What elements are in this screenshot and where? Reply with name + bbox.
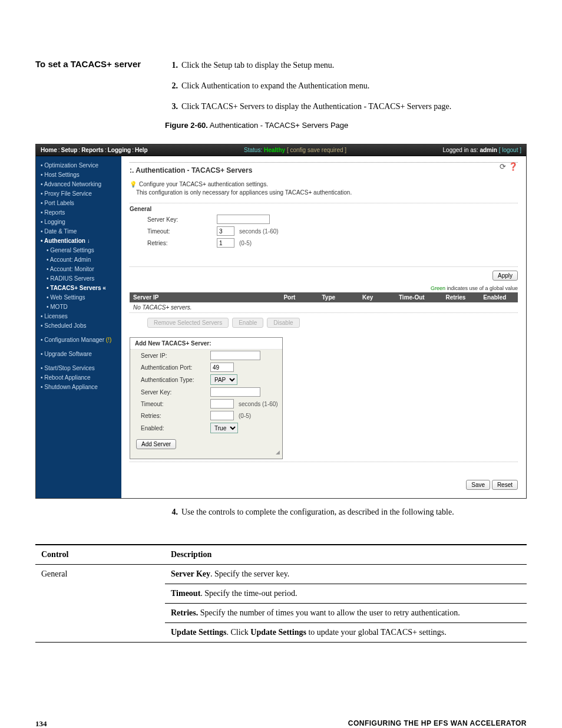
page-number: 134 [35, 719, 47, 728]
add-server-panel: Add New TACACS+ Server: Server IP: Authe… [130, 337, 283, 459]
nav-help[interactable]: Help [135, 147, 148, 153]
sidebar-item[interactable]: • Account: Monitor [36, 265, 121, 274]
username: admin [480, 147, 497, 153]
global-value-note: Green indicates use of a global value [130, 284, 518, 292]
add-timeout-input[interactable] [210, 399, 234, 409]
sidebar-item[interactable]: • General Settings [36, 246, 121, 255]
status-area: Status: Healthy [ config save required ] [244, 147, 346, 153]
sidebar-item[interactable]: • Host Settings [36, 170, 121, 180]
step-text: Click TACACS+ Servers to display the Aut… [181, 100, 451, 113]
sidebar-item[interactable]: • Optimization Service [36, 161, 121, 170]
add-authtype-select[interactable]: PAP [210, 374, 237, 385]
th-retries: Retries [436, 294, 475, 301]
add-authport-input[interactable] [210, 363, 234, 372]
td-desc: Server Key. Specify the server key. [165, 565, 527, 584]
no-servers-message: No TACACS+ servers. [130, 302, 518, 313]
timeout-hint: seconds (1-60) [239, 228, 279, 235]
apply-button[interactable]: Apply [492, 271, 518, 281]
nav-logging[interactable]: Logging [108, 147, 131, 153]
th-serverip: Server IP [133, 294, 270, 301]
sidebar-item[interactable]: • Shutdown Appliance [36, 383, 121, 392]
sidebar: • Optimization Service• Host Settings• A… [36, 156, 121, 498]
step-text: Use the controls to complete the configu… [181, 506, 454, 518]
td-desc: Retries. Specify the number of times you… [165, 604, 527, 623]
ui-screenshot: Home : Setup : Reports : Logging : Help … [35, 144, 527, 499]
step-number: 1. [165, 59, 178, 71]
sidebar-item[interactable]: • Reboot Appliance [36, 373, 121, 383]
sidebar-item[interactable]: • TACACS+ Servers « [36, 284, 121, 293]
remove-servers-button: Remove Selected Servers [147, 318, 229, 328]
logout-link[interactable]: [ logout ] [499, 147, 521, 153]
nav-setup[interactable]: Setup [61, 147, 78, 153]
add-panel-title: Add New TACACS+ Server: [130, 338, 282, 350]
sidebar-item[interactable]: • Logging [36, 218, 121, 227]
server-key-label: Server Key: [147, 216, 212, 223]
help-icon[interactable]: ❓ [508, 162, 518, 171]
bulb-icon: 💡 [130, 181, 137, 187]
step-number: 4. [165, 506, 178, 518]
nav-home[interactable]: Home [41, 147, 57, 153]
sidebar-item[interactable]: • Advanced Networking [36, 180, 121, 189]
enable-button: Enable [232, 318, 263, 328]
reset-button[interactable]: Reset [492, 480, 518, 490]
page-title: :. Authentication - TACACS+ Servers [130, 162, 518, 178]
page-hint: 💡Configure your TACACS+ authentication s… [130, 180, 518, 197]
sidebar-item[interactable]: • Upgrade Software [36, 350, 121, 359]
sidebar-item[interactable]: • Authentication ↓ [36, 236, 121, 246]
section-heading: To set a TACACS+ server [35, 59, 141, 132]
resize-handle[interactable]: ◢ [130, 449, 282, 455]
add-server-button[interactable]: Add Server [136, 439, 176, 449]
add-retries-input[interactable] [210, 411, 234, 420]
controls-description-table: Control Description General Server Key. … [35, 544, 527, 643]
timeout-label: Timeout: [147, 228, 212, 235]
sidebar-item[interactable]: • Configuration Manager (!) [36, 335, 121, 345]
retries-label: Retries: [147, 240, 212, 246]
add-serverkey-input[interactable] [210, 387, 260, 397]
sidebar-item[interactable]: • MOTD [36, 302, 121, 312]
td-control-general: General [35, 565, 165, 643]
config-save-required[interactable]: [ config save required ] [287, 147, 346, 153]
server-key-input[interactable] [217, 215, 270, 224]
sidebar-item[interactable]: • RADIUS Servers [36, 274, 121, 284]
step-number: 2. [165, 80, 178, 92]
sidebar-item[interactable]: • Web Settings [36, 293, 121, 302]
sidebar-item[interactable]: • Scheduled Jobs [36, 321, 121, 331]
sidebar-item[interactable]: • Proxy File Service [36, 189, 121, 199]
add-timeout-label: Timeout: [141, 401, 206, 407]
add-retries-hint: (0-5) [239, 413, 251, 419]
login-area: Logged in as: admin [ logout ] [443, 147, 521, 153]
ui-topbar: Home : Setup : Reports : Logging : Help … [36, 144, 526, 156]
step-text: Click Authentication to expand the Authe… [181, 80, 369, 92]
td-desc: Timeout. Specify the time-out period. [165, 584, 527, 604]
footer-title: CONFIGURING THE HP EFS WAN ACCELERATOR [348, 719, 527, 728]
td-desc: Update Settings. Click Update Settings t… [165, 623, 527, 643]
add-enabled-select[interactable]: True [210, 423, 238, 433]
add-serverip-input[interactable] [210, 351, 260, 360]
add-authport-label: Authentication Port: [141, 364, 206, 371]
sidebar-item[interactable]: • Account: Admin [36, 255, 121, 265]
sidebar-item[interactable]: • Start/Stop Services [36, 364, 121, 373]
nav-reports[interactable]: Reports [81, 147, 104, 153]
sidebar-item[interactable]: • Date & Time [36, 227, 121, 236]
refresh-icon[interactable]: ⟳ [500, 162, 506, 171]
th-description: Description [165, 545, 527, 565]
timeout-input[interactable] [217, 226, 234, 236]
retries-input[interactable] [217, 238, 234, 248]
retries-hint: (0-5) [239, 240, 252, 246]
add-serverkey-label: Server Key: [141, 389, 206, 396]
sidebar-item[interactable]: • Reports [36, 208, 121, 218]
add-authtype-label: Authentication Type: [141, 377, 206, 383]
add-retries-label: Retries: [141, 413, 206, 419]
save-button[interactable]: Save [466, 480, 490, 490]
sidebar-item[interactable]: • Port Labels [36, 199, 121, 208]
add-timeout-hint: seconds (1-60) [239, 401, 278, 407]
disable-button: Disable [267, 318, 299, 328]
th-enabled: Enabled [475, 294, 514, 301]
figure-caption: Figure 2-60. Authentication - TACACS+ Se… [165, 121, 527, 130]
add-serverip-label: Server IP: [141, 353, 206, 359]
th-type: Type [309, 294, 348, 301]
sidebar-item[interactable]: • Licenses [36, 312, 121, 321]
step-text: Click the Setup tab to display the Setup… [181, 59, 334, 71]
th-port: Port [270, 294, 309, 301]
th-key: Key [348, 294, 387, 301]
